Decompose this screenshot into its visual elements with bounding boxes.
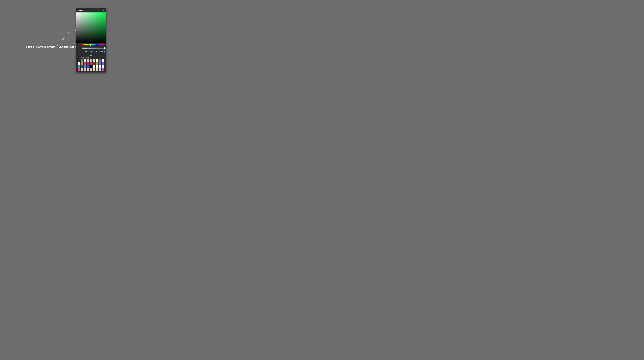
color-swatch[interactable] bbox=[78, 68, 80, 71]
hue-slider-thumb[interactable] bbox=[90, 44, 92, 46]
color-swatch[interactable] bbox=[102, 59, 104, 62]
brightness-input[interactable]: 41 bbox=[94, 50, 99, 53]
color-swatch[interactable] bbox=[90, 62, 92, 65]
color-swatch[interactable] bbox=[84, 62, 86, 65]
chevron-down-icon bbox=[82, 51, 82, 52]
panel-header: Custom bbox=[76, 8, 106, 12]
eyedropper-icon[interactable] bbox=[78, 45, 80, 48]
annotation-endpoint-dot bbox=[68, 32, 69, 33]
color-value-inputs: 137 0 41 100% bbox=[84, 50, 104, 53]
color-swatch[interactable] bbox=[96, 59, 98, 62]
color-swatch[interactable] bbox=[81, 65, 83, 68]
color-swatch[interactable] bbox=[93, 68, 95, 71]
alpha-slider-thumb[interactable] bbox=[104, 47, 106, 49]
color-swatch[interactable] bbox=[93, 59, 95, 62]
color-swatch[interactable] bbox=[99, 68, 101, 71]
alpha-slider[interactable] bbox=[82, 47, 104, 49]
color-swatch[interactable] bbox=[87, 59, 89, 62]
color-swatch[interactable] bbox=[93, 65, 95, 68]
svg-line-0 bbox=[57, 32, 69, 46]
color-swatch[interactable] bbox=[99, 59, 101, 62]
color-swatch[interactable] bbox=[99, 65, 101, 68]
color-swatch[interactable] bbox=[81, 62, 83, 65]
sb-cursor[interactable] bbox=[76, 29, 77, 31]
color-mode-label: HSB bbox=[78, 51, 81, 52]
color-swatch[interactable] bbox=[96, 65, 98, 68]
hue-slider[interactable] bbox=[82, 44, 104, 45]
color-swatch[interactable] bbox=[87, 68, 89, 71]
color-swatch[interactable] bbox=[87, 62, 89, 65]
color-swatch[interactable] bbox=[78, 65, 80, 68]
color-swatch[interactable] bbox=[87, 65, 89, 68]
color-swatch[interactable] bbox=[78, 59, 80, 62]
color-swatch[interactable] bbox=[96, 62, 98, 65]
color-swatch[interactable] bbox=[99, 62, 101, 65]
color-swatch[interactable] bbox=[84, 65, 86, 68]
chevron-down-icon bbox=[90, 57, 90, 58]
saturation-input[interactable]: 0 bbox=[89, 50, 94, 53]
color-swatch[interactable] bbox=[84, 59, 86, 62]
close-icon[interactable] bbox=[103, 9, 105, 11]
color-swatch[interactable] bbox=[81, 68, 83, 71]
annotation-text: LESS SATURATED / MORE GRAY bbox=[26, 45, 79, 49]
hue-input[interactable]: 137 bbox=[84, 50, 89, 53]
color-swatch[interactable] bbox=[78, 62, 80, 65]
document-colors-label: Document colors bbox=[78, 56, 89, 58]
color-swatch[interactable] bbox=[81, 59, 83, 62]
color-swatch[interactable] bbox=[102, 68, 104, 71]
color-swatch[interactable] bbox=[93, 62, 95, 65]
color-swatch[interactable] bbox=[102, 62, 104, 65]
color-swatch[interactable] bbox=[102, 65, 104, 68]
annotation-label-box: LESS SATURATED / MORE GRAY bbox=[24, 45, 80, 50]
document-color-swatches bbox=[78, 59, 104, 71]
color-swatch[interactable] bbox=[90, 68, 92, 71]
color-swatch[interactable] bbox=[84, 68, 86, 71]
document-colors-dropdown[interactable]: Document colors bbox=[78, 56, 104, 58]
color-swatch[interactable] bbox=[90, 65, 92, 68]
panel-title: Custom bbox=[78, 9, 84, 11]
color-swatch[interactable] bbox=[90, 59, 92, 62]
color-swatch[interactable] bbox=[96, 68, 98, 71]
color-picker-panel: Custom HSB bbox=[76, 8, 106, 72]
saturation-brightness-field[interactable] bbox=[76, 12, 106, 43]
alpha-input[interactable]: 100% bbox=[99, 50, 104, 53]
color-mode-dropdown[interactable]: HSB bbox=[78, 51, 82, 52]
